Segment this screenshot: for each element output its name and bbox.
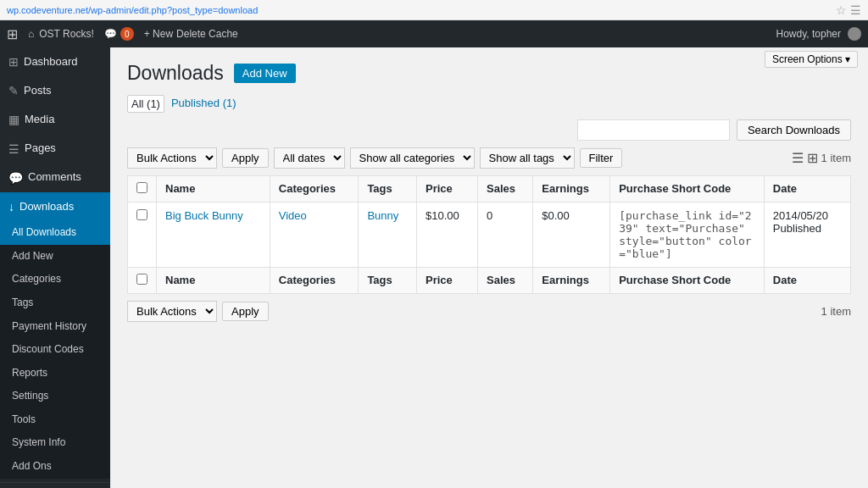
sidebar-submenu-payment-history[interactable]: Payment History <box>0 315 110 339</box>
select-all-checkbox[interactable] <box>136 182 147 193</box>
tf-tags: Tags <box>359 267 417 293</box>
downloads-icon: ↓ <box>8 199 14 214</box>
row-checkbox[interactable] <box>136 209 147 220</box>
site-name[interactable]: ⌂ OST Rocks! <box>28 28 94 40</box>
main-content: Screen Options ▾ Downloads Add New All (… <box>110 47 868 488</box>
sidebar-submenu-tags[interactable]: Tags <box>0 291 110 315</box>
new-menu[interactable]: + New Delete Cache <box>144 28 238 40</box>
sidebar-item-dashboard[interactable]: ⊞ Dashboard <box>0 47 110 76</box>
sidebar: ⊞ Dashboard ✎ Posts ▦ Media ☰ Pages 💬 Co… <box>0 47 110 488</box>
view-icons: ☰ ⊞ 1 item <box>792 150 851 166</box>
sidebar-submenu-tools[interactable]: Tools <box>0 408 110 432</box>
comments-icon: 💬 <box>8 170 23 186</box>
row-checkbox-cell <box>128 202 157 267</box>
row-tags-cell: Bunny <box>359 202 417 267</box>
row-name-cell: Big Buck Bunny <box>157 202 270 267</box>
table-footer: Name Categories Tags Price Sales Earning… <box>128 267 851 293</box>
th-categories: Categories <box>270 175 359 202</box>
row-category-link[interactable]: Video <box>279 209 307 222</box>
sidebar-submenu-add-ons[interactable]: Add Ons <box>0 455 110 479</box>
pages-icon: ☰ <box>8 141 19 157</box>
bulk-actions-bottom-select[interactable]: Bulk Actions <box>127 301 217 322</box>
apply-bottom-button[interactable]: Apply <box>222 302 269 321</box>
items-count-bottom: 1 item <box>821 305 851 318</box>
layout: ⊞ Dashboard ✎ Posts ▦ Media ☰ Pages 💬 Co… <box>0 47 868 488</box>
sidebar-submenu-reports[interactable]: Reports <box>0 362 110 385</box>
tf-date: Date <box>764 267 850 293</box>
url-bar: wp.codeventure.net/wp-admin/edit.php?pos… <box>0 0 868 20</box>
apply-button[interactable]: Apply <box>222 148 269 168</box>
tf-sales: Sales <box>478 267 533 293</box>
page-title: Downloads <box>127 61 224 86</box>
filter-tabs: All (1) Published (1) <box>127 95 851 113</box>
admin-bar: ⊞ ⌂ OST Rocks! 💬 0 + New Delete Cache Ho… <box>0 20 868 47</box>
th-tags: Tags <box>359 175 417 202</box>
grid-view-icon[interactable]: ⊞ <box>807 150 818 166</box>
table-header: Name Categories Tags Price Sales Earning… <box>128 175 851 202</box>
avatar <box>848 27 861 41</box>
sidebar-item-pages[interactable]: ☰ Pages <box>0 135 110 164</box>
tf-earnings: Earnings <box>533 267 610 293</box>
th-checkbox <box>128 175 157 202</box>
tf-price: Price <box>417 267 478 293</box>
sidebar-submenu-system-info[interactable]: System Info <box>0 431 110 455</box>
th-price: Price <box>417 175 478 202</box>
items-count-top: 1 item <box>821 152 851 164</box>
tags-filter-select[interactable]: Show all tags <box>480 147 575 169</box>
row-tag-link[interactable]: Bunny <box>367 209 398 222</box>
tf-categories: Categories <box>270 267 359 293</box>
url-text: wp.codeventure.net/wp-admin/edit.php?pos… <box>7 5 258 15</box>
bookmark-icon: ☆ <box>836 3 847 17</box>
sidebar-submenu-discount-codes[interactable]: Discount Codes <box>0 338 110 362</box>
search-input[interactable] <box>577 119 730 141</box>
screen-options-area: Screen Options ▾ <box>754 47 868 71</box>
page-header: Downloads Add New <box>127 61 851 86</box>
th-date: Date <box>764 175 850 202</box>
row-price-cell: $10.00 <box>417 202 478 267</box>
tf-name: Name <box>157 267 270 293</box>
table-body: Big Buck Bunny Video Bunny $10.00 0 $0.0… <box>128 202 851 267</box>
bulk-actions-select[interactable]: Bulk Actions <box>127 147 217 169</box>
downloads-table: Name Categories Tags Price Sales Earning… <box>127 175 851 294</box>
row-shortcode-cell: [purchase_link id="239" text="Purchase" … <box>610 202 765 267</box>
filter-tab-all[interactable]: All (1) <box>127 95 164 113</box>
list-view-icon[interactable]: ☰ <box>792 150 804 166</box>
add-new-button[interactable]: Add New <box>234 64 296 83</box>
bottom-toolbar: Bulk Actions Apply 1 item <box>127 301 851 322</box>
filter-tab-published[interactable]: Published (1) <box>168 95 240 113</box>
filter-search-bar: All (1) Published (1) Search Downloads <box>127 95 851 147</box>
th-earnings: Earnings <box>533 175 610 202</box>
main-toolbar: Bulk Actions Apply All dates Show all ca… <box>127 147 851 169</box>
dates-filter-select[interactable]: All dates <box>274 147 345 169</box>
search-bar: Search Downloads <box>577 119 851 141</box>
posts-icon: ✎ <box>8 83 19 98</box>
sidebar-item-posts[interactable]: ✎ Posts <box>0 76 110 105</box>
sidebar-submenu-all-downloads[interactable]: All Downloads <box>0 221 110 245</box>
sidebar-submenu-settings[interactable]: Settings <box>0 385 110 408</box>
table-row: Big Buck Bunny Video Bunny $10.00 0 $0.0… <box>128 202 851 267</box>
th-sales: Sales <box>478 175 533 202</box>
downloads-submenu: All Downloads Add New Categories Tags Pa… <box>0 221 110 479</box>
th-name: Name <box>157 175 270 202</box>
row-name-link[interactable]: Big Buck Bunny <box>165 209 243 222</box>
comments-count[interactable]: 💬 0 <box>104 27 134 41</box>
th-shortcode: Purchase Short Code <box>610 175 765 202</box>
select-all-bottom-checkbox[interactable] <box>136 274 147 285</box>
screen-options-button[interactable]: Screen Options ▾ <box>765 51 858 68</box>
dashboard-icon: ⊞ <box>8 54 19 69</box>
sidebar-submenu-add-new[interactable]: Add New <box>0 245 110 269</box>
sidebar-item-comments[interactable]: 💬 Comments <box>0 164 110 192</box>
settings-icon: ☰ <box>850 3 861 17</box>
sidebar-submenu-categories[interactable]: Categories <box>0 268 110 291</box>
tf-checkbox <box>128 267 157 293</box>
search-downloads-button[interactable]: Search Downloads <box>737 119 851 141</box>
sidebar-item-media[interactable]: ▦ Media <box>0 105 110 134</box>
media-icon: ▦ <box>8 112 19 127</box>
row-date-cell: 2014/05/20Published <box>764 202 850 267</box>
filter-button[interactable]: Filter <box>580 148 623 168</box>
sidebar-item-downloads[interactable]: ↓ Downloads <box>0 192 110 221</box>
wp-logo-icon[interactable]: ⊞ <box>7 26 18 42</box>
categories-filter-select[interactable]: Show all categories <box>350 147 475 169</box>
row-categories-cell: Video <box>270 202 359 267</box>
row-earnings-cell: $0.00 <box>533 202 610 267</box>
